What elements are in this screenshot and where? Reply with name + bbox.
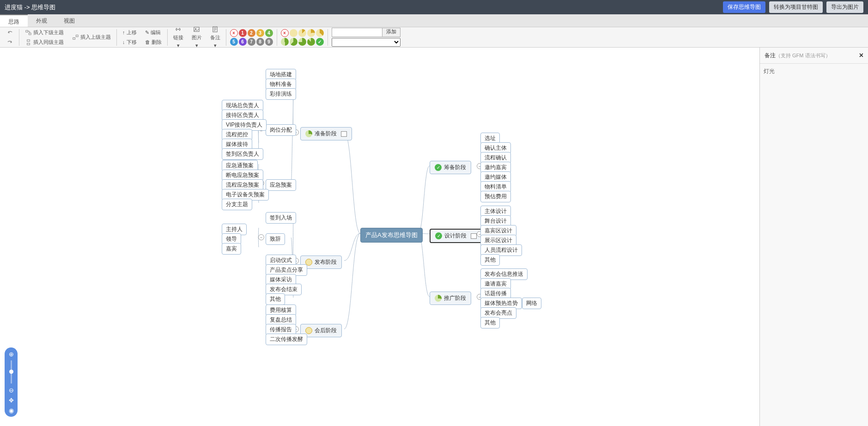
- progress-3[interactable]: [316, 29, 324, 37]
- svg-rect-4: [76, 35, 78, 37]
- priority-clear[interactable]: ×: [230, 29, 238, 37]
- priority-6[interactable]: 6: [239, 38, 247, 46]
- progress-badges: ×: [281, 29, 324, 37]
- tab-view[interactable]: 视图: [55, 14, 83, 27]
- progress-badges-2: ✓: [281, 38, 324, 46]
- progress-5[interactable]: [290, 38, 297, 46]
- export-image-button[interactable]: 导出为图片: [826, 1, 863, 13]
- redo-button[interactable]: [5, 38, 15, 47]
- toolbar: 插入下级主题 插入同级主题 插入上级主题 ↑ 上移 ↓ 下移 ✎ 编辑 🗑 删除…: [0, 27, 868, 48]
- svg-rect-1: [29, 33, 31, 35]
- insert-sibling-button[interactable]: 插入同级主题: [23, 38, 66, 47]
- add-tag-button[interactable]: 添加: [382, 28, 401, 37]
- svg-rect-2: [27, 39, 30, 41]
- svg-rect-3: [27, 43, 30, 45]
- move-up-button[interactable]: ↑ 上移: [121, 28, 139, 37]
- header-buttons: 保存思维导图 转换为项目甘特图 导出为图片: [723, 1, 863, 13]
- progress-7[interactable]: [307, 38, 315, 46]
- progress-4[interactable]: [281, 38, 289, 46]
- progress-1[interactable]: [298, 29, 306, 37]
- priority-8[interactable]: 8: [256, 38, 264, 46]
- progress-0[interactable]: [290, 29, 297, 37]
- move-down-button[interactable]: ↓ 下移: [121, 38, 139, 47]
- priority-1[interactable]: 1: [239, 29, 247, 37]
- priority-9[interactable]: 9: [265, 38, 273, 46]
- svg-point-7: [195, 28, 196, 30]
- tab-bar: 思路 外观 视图: [0, 14, 868, 27]
- note-button[interactable]: 备注▾: [208, 25, 222, 48]
- link-button[interactable]: 链接▾: [171, 25, 185, 48]
- priority-5[interactable]: 5: [230, 38, 238, 46]
- delete-button[interactable]: 🗑 删除: [143, 38, 164, 47]
- priority-2[interactable]: 2: [248, 29, 255, 37]
- undo-button[interactable]: [5, 28, 15, 37]
- app-header: 进度猫 -> 思维导图 保存思维导图 转换为项目甘特图 导出为图片: [0, 0, 868, 14]
- progress-6[interactable]: [298, 38, 306, 46]
- progress-2[interactable]: [307, 29, 315, 37]
- save-button[interactable]: 保存思维导图: [723, 1, 765, 13]
- svg-rect-5: [73, 37, 75, 39]
- svg-rect-0: [26, 30, 28, 32]
- tag-input-row: 添加: [332, 28, 401, 37]
- insert-parent-button[interactable]: 插入上级主题: [70, 33, 113, 42]
- tab-idea[interactable]: 思路: [0, 14, 28, 27]
- priority-7[interactable]: 7: [248, 38, 255, 46]
- progress-8[interactable]: ✓: [316, 38, 324, 46]
- tag-select[interactable]: [332, 38, 401, 47]
- priority-3[interactable]: 3: [256, 29, 264, 37]
- header-title: 进度猫 -> 思维导图: [5, 3, 55, 12]
- convert-gantt-button[interactable]: 转换为项目甘特图: [769, 1, 823, 13]
- edit-button[interactable]: ✎ 编辑: [143, 28, 164, 37]
- tab-appearance[interactable]: 外观: [28, 14, 55, 27]
- insert-child-button[interactable]: 插入下级主题: [23, 28, 66, 37]
- progress-clear[interactable]: ×: [281, 29, 289, 37]
- priority-badges: ×1234: [230, 29, 273, 37]
- tag-input[interactable]: [332, 28, 382, 37]
- image-button[interactable]: 图片▾: [190, 25, 204, 48]
- priority-badges-2: 56789: [230, 38, 273, 46]
- priority-4[interactable]: 4: [265, 29, 273, 37]
